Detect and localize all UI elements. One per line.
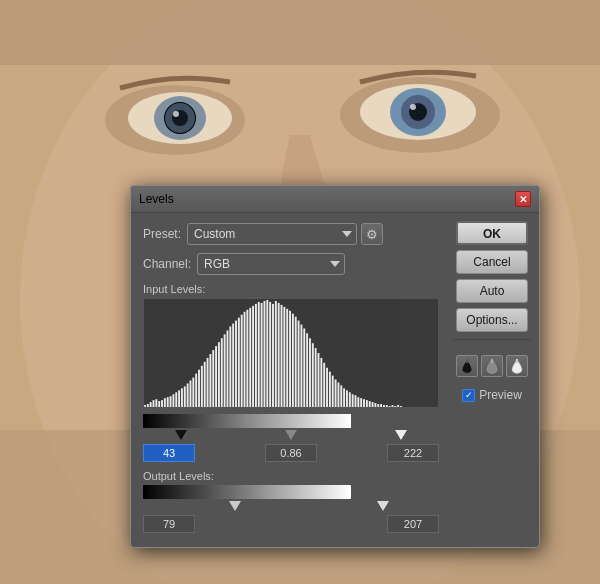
svg-rect-60 xyxy=(255,304,257,407)
black-input-value[interactable] xyxy=(143,444,195,462)
histogram-chart xyxy=(144,299,438,407)
svg-rect-83 xyxy=(320,358,322,407)
auto-button[interactable]: Auto xyxy=(456,279,528,303)
svg-rect-19 xyxy=(516,359,518,363)
svg-rect-87 xyxy=(332,376,334,407)
svg-rect-74 xyxy=(295,317,297,407)
svg-rect-105 xyxy=(383,405,385,407)
input-levels-label: Input Levels: xyxy=(143,283,439,295)
input-slider[interactable] xyxy=(143,414,351,428)
svg-rect-18 xyxy=(491,359,493,363)
options-button[interactable]: Options... xyxy=(456,308,528,332)
black-output-handle[interactable] xyxy=(229,501,241,511)
svg-rect-41 xyxy=(201,366,203,407)
channel-label: Channel: xyxy=(143,257,191,271)
svg-rect-109 xyxy=(394,406,396,407)
svg-rect-73 xyxy=(292,314,294,407)
svg-rect-35 xyxy=(184,386,186,407)
svg-rect-64 xyxy=(266,300,268,407)
svg-rect-101 xyxy=(372,402,374,407)
output-handles xyxy=(143,501,439,513)
svg-rect-51 xyxy=(229,326,231,407)
svg-rect-46 xyxy=(215,346,217,407)
svg-rect-61 xyxy=(258,302,260,407)
svg-rect-17 xyxy=(466,359,468,363)
gear-button[interactable]: ⚙ xyxy=(361,223,383,245)
svg-rect-82 xyxy=(318,353,320,407)
white-input-handle[interactable] xyxy=(395,430,407,440)
svg-rect-90 xyxy=(340,385,342,407)
svg-rect-91 xyxy=(343,388,345,407)
svg-rect-30 xyxy=(170,396,172,407)
white-input-value[interactable] xyxy=(387,444,439,462)
svg-rect-33 xyxy=(178,390,180,407)
preview-checkbox[interactable]: ✓ xyxy=(462,389,475,402)
svg-rect-38 xyxy=(192,378,194,407)
svg-rect-78 xyxy=(306,333,308,407)
svg-rect-110 xyxy=(397,405,399,407)
svg-rect-70 xyxy=(283,307,285,407)
svg-rect-79 xyxy=(309,338,311,407)
svg-rect-72 xyxy=(289,311,291,407)
svg-rect-68 xyxy=(278,303,280,407)
svg-rect-37 xyxy=(190,380,192,407)
dialog-title: Levels xyxy=(139,192,174,206)
svg-rect-71 xyxy=(286,309,288,407)
svg-rect-54 xyxy=(238,318,240,407)
svg-rect-98 xyxy=(363,399,365,407)
svg-rect-52 xyxy=(232,324,234,407)
levels-dialog: Levels ✕ OK Cancel Auto Options... xyxy=(130,185,540,548)
svg-rect-75 xyxy=(298,321,300,407)
svg-rect-23 xyxy=(150,402,152,407)
svg-point-9 xyxy=(173,111,179,117)
svg-rect-102 xyxy=(374,403,376,407)
gamma-input-handle[interactable] xyxy=(285,430,297,440)
cancel-button[interactable]: Cancel xyxy=(456,250,528,274)
svg-rect-31 xyxy=(172,394,174,407)
svg-rect-36 xyxy=(187,383,189,407)
preset-select[interactable]: Custom xyxy=(187,223,357,245)
dialog-titlebar: Levels ✕ xyxy=(131,186,539,213)
white-output-handle[interactable] xyxy=(377,501,389,511)
right-panel: OK Cancel Auto Options... ✓ Preview xyxy=(453,213,539,410)
output-slider[interactable] xyxy=(143,485,351,499)
svg-rect-29 xyxy=(167,397,169,407)
input-handles xyxy=(143,430,439,442)
svg-rect-66 xyxy=(272,304,274,407)
white-eyedropper-button[interactable] xyxy=(506,355,528,377)
svg-rect-22 xyxy=(147,404,149,407)
svg-rect-25 xyxy=(155,399,157,407)
svg-rect-43 xyxy=(207,358,209,407)
black-input-handle[interactable] xyxy=(175,430,187,440)
svg-rect-63 xyxy=(263,301,265,407)
white-output-value[interactable] xyxy=(387,515,439,533)
svg-rect-55 xyxy=(241,315,243,407)
output-levels-label: Output Levels: xyxy=(143,470,439,482)
svg-rect-93 xyxy=(349,392,351,407)
svg-point-14 xyxy=(410,104,416,110)
svg-rect-32 xyxy=(175,392,177,407)
svg-rect-56 xyxy=(244,312,246,407)
svg-rect-76 xyxy=(300,325,302,407)
svg-rect-92 xyxy=(346,390,348,407)
svg-rect-28 xyxy=(164,398,166,407)
svg-rect-44 xyxy=(209,354,211,407)
black-output-value[interactable] xyxy=(143,515,195,533)
gray-eyedropper-button[interactable] xyxy=(481,355,503,377)
svg-rect-69 xyxy=(281,305,283,407)
gamma-input-value[interactable] xyxy=(265,444,317,462)
svg-rect-81 xyxy=(315,348,317,407)
close-button[interactable]: ✕ xyxy=(515,191,531,207)
svg-rect-58 xyxy=(249,308,251,407)
svg-rect-95 xyxy=(355,395,357,407)
svg-rect-67 xyxy=(275,301,277,407)
svg-rect-89 xyxy=(337,382,339,407)
preview-row: ✓ Preview xyxy=(462,388,522,402)
svg-rect-80 xyxy=(312,343,314,407)
channel-select[interactable]: RGB Red Green Blue xyxy=(197,253,345,275)
dialog-body: OK Cancel Auto Options... ✓ Preview xyxy=(131,213,539,547)
ok-button[interactable]: OK xyxy=(456,221,528,245)
input-slider-container xyxy=(143,414,439,442)
svg-rect-107 xyxy=(389,406,391,407)
black-eyedropper-button[interactable] xyxy=(456,355,478,377)
